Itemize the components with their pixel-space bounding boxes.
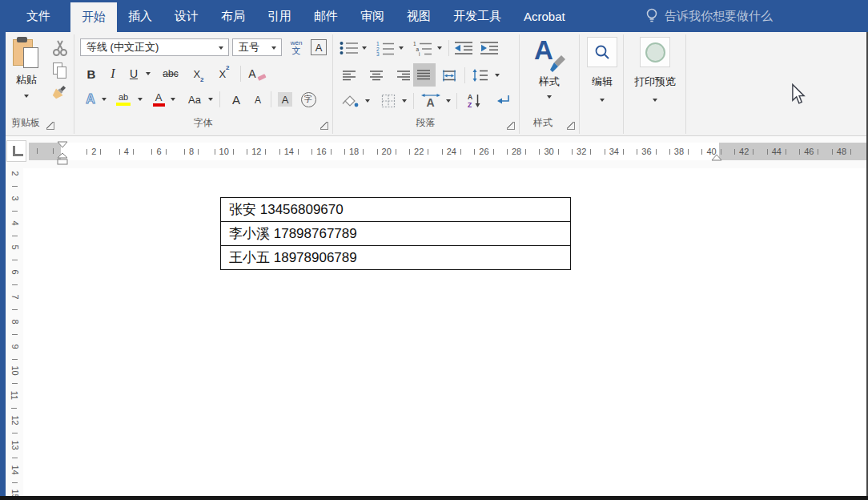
tab-insert[interactable]: 插入 xyxy=(117,0,163,32)
ribbon: 粘贴 剪贴板 等线 (中文正文) 五号 xyxy=(0,32,868,136)
character-shading-button[interactable]: A xyxy=(275,90,295,109)
sort-button[interactable]: A Z xyxy=(463,90,485,111)
font-color-dropdown-arrow[interactable] xyxy=(171,98,175,101)
highlight-color-button[interactable]: ab xyxy=(112,90,135,109)
underline-dropdown-arrow[interactable] xyxy=(146,72,151,75)
tab-references[interactable]: 引用 xyxy=(256,0,303,32)
multilevel-dropdown-arrow[interactable] xyxy=(437,46,442,50)
tab-acrobat[interactable]: Acrobat xyxy=(512,0,577,32)
table-row[interactable]: 王小五 18978906789 xyxy=(220,245,571,270)
align-center-button[interactable] xyxy=(367,66,388,85)
document-page[interactable]: 张安 13456809670李小溪 17898767789王小五 1897890… xyxy=(23,168,866,496)
borders-button[interactable] xyxy=(378,91,399,111)
right-indent-marker[interactable] xyxy=(711,154,722,161)
highlight-dropdown-arrow[interactable] xyxy=(138,98,143,101)
tab-developer[interactable]: 开发工具 xyxy=(442,0,512,32)
tell-me-box[interactable]: 告诉我你想要做什么 xyxy=(645,0,773,32)
show-marks-button[interactable] xyxy=(492,90,514,111)
clear-formatting-button[interactable]: A xyxy=(245,64,269,83)
borders-dropdown-arrow[interactable] xyxy=(402,99,407,103)
print-preview-button[interactable]: 打印预览 xyxy=(626,35,684,102)
tab-selector[interactable] xyxy=(6,140,26,162)
underline-button[interactable]: U xyxy=(125,64,143,83)
tab-design[interactable]: 设计 xyxy=(163,0,210,32)
vruler-number: 6 xyxy=(12,267,18,292)
editing-button[interactable]: 编辑 xyxy=(582,35,622,102)
hruler-number: 28 xyxy=(500,143,533,160)
line-spacing-dropdown-arrow[interactable] xyxy=(495,74,500,77)
tab-home[interactable]: 开始 xyxy=(70,2,117,32)
vruler-number: 13 xyxy=(10,440,19,465)
font-dialog-launcher[interactable] xyxy=(320,122,328,130)
cut-button[interactable] xyxy=(50,38,70,58)
styles-dialog-launcher[interactable] xyxy=(567,122,575,130)
decrease-indent-button[interactable] xyxy=(453,38,476,58)
line-spacing-button[interactable] xyxy=(469,66,492,85)
table-row[interactable]: 张安 13456809670 xyxy=(220,197,571,222)
tab-view[interactable]: 视图 xyxy=(396,0,442,32)
asian-layout-dropdown-arrow[interactable] xyxy=(446,99,451,103)
bullets-button[interactable] xyxy=(339,38,360,58)
hruler-number: 32 xyxy=(565,143,598,160)
font-family-combobox[interactable]: 等线 (中文正文) xyxy=(80,38,229,56)
paste-label: 粘贴 xyxy=(16,73,37,87)
multilevel-list-button[interactable]: 1 a i xyxy=(412,38,434,58)
tab-mailings[interactable]: 邮件 xyxy=(303,0,349,32)
hanging-indent-marker[interactable] xyxy=(57,152,68,166)
copy-button[interactable] xyxy=(50,61,70,80)
increase-indent-button[interactable] xyxy=(479,38,501,58)
shading-dropdown-arrow[interactable] xyxy=(365,99,370,103)
font-size-combobox[interactable]: 五号 xyxy=(232,38,282,56)
character-shading-icon: A xyxy=(278,92,292,107)
bold-button[interactable]: B xyxy=(82,64,101,83)
enclose-characters-button[interactable]: 字 xyxy=(298,90,319,109)
align-right-icon xyxy=(397,70,412,82)
numbering-button[interactable]: 1 2 3 xyxy=(375,38,396,58)
font-color-button[interactable]: A xyxy=(149,90,168,109)
italic-button[interactable]: I xyxy=(104,64,122,83)
text-effects-button[interactable]: A xyxy=(82,90,99,109)
ruler-tick xyxy=(37,148,38,154)
superscript-button[interactable]: X2 xyxy=(213,64,235,83)
print-preview-dropdown-arrow[interactable] xyxy=(653,99,657,102)
paste-button[interactable]: 粘贴 xyxy=(6,35,46,98)
character-border-button[interactable]: A xyxy=(309,37,328,58)
divider xyxy=(219,91,220,107)
align-left-button[interactable] xyxy=(340,66,360,85)
numbering-dropdown-arrow[interactable] xyxy=(399,46,404,50)
shrink-font-button[interactable]: A xyxy=(248,91,267,109)
justify-button[interactable] xyxy=(413,63,436,87)
strikethrough-button[interactable]: abc xyxy=(157,64,184,83)
change-case-dropdown-arrow[interactable] xyxy=(208,98,213,101)
font-size-dropdown-arrow[interactable] xyxy=(271,46,276,50)
first-line-indent-marker[interactable] xyxy=(57,141,68,148)
phonetic-guide-button[interactable]: wén 文 xyxy=(285,37,307,58)
divider xyxy=(271,91,271,107)
tab-layout[interactable]: 布局 xyxy=(210,0,256,32)
subscript-button[interactable]: X2 xyxy=(187,64,210,83)
paste-dropdown-arrow[interactable] xyxy=(24,95,29,98)
ruler-left-margin xyxy=(29,143,61,160)
paragraph-dialog-launcher[interactable] xyxy=(507,122,515,130)
bullets-dropdown-arrow[interactable] xyxy=(362,46,367,50)
tab-file[interactable]: 文件 xyxy=(6,0,70,32)
grow-font-button[interactable]: A xyxy=(226,90,247,109)
align-center-icon xyxy=(370,70,384,82)
clipboard-dialog-launcher[interactable] xyxy=(46,122,54,130)
styles-brush-shape xyxy=(549,54,568,74)
align-right-button[interactable] xyxy=(394,66,415,85)
tab-review[interactable]: 审阅 xyxy=(349,0,396,32)
text-effects-dropdown-arrow[interactable] xyxy=(102,98,106,101)
format-painter-button[interactable] xyxy=(50,83,70,104)
editing-dropdown-arrow[interactable] xyxy=(600,99,605,102)
distributed-button[interactable] xyxy=(439,66,461,85)
styles-icon: A xyxy=(532,37,566,72)
change-case-button[interactable]: Aa xyxy=(183,90,207,109)
font-family-dropdown-arrow[interactable] xyxy=(219,46,223,50)
shading-button[interactable] xyxy=(339,91,361,111)
styles-button[interactable]: A 样式 xyxy=(522,35,577,99)
hruler-number: 36 xyxy=(630,143,663,160)
table-row[interactable]: 李小溪 17898767789 xyxy=(220,221,571,246)
asian-layout-button[interactable]: A xyxy=(418,90,444,111)
styles-dropdown-arrow[interactable] xyxy=(547,95,552,99)
